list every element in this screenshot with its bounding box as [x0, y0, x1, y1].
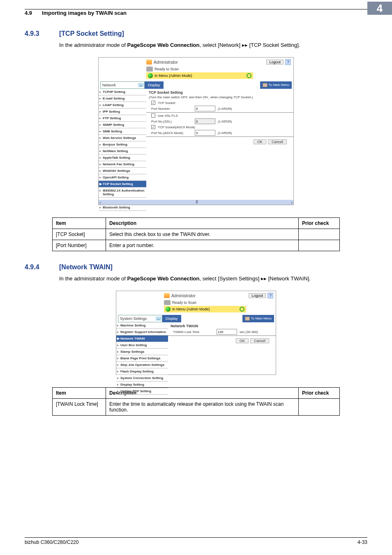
- sidebar-item[interactable]: TCP/IP Setting: [99, 89, 146, 95]
- sidebar-item[interactable]: IPP Setting: [99, 109, 146, 115]
- sidebar-item[interactable]: WebDAV Settings: [99, 168, 146, 174]
- sidebar-item[interactable]: Display Setting: [116, 382, 168, 388]
- help-icon[interactable]: ?: [285, 59, 291, 65]
- port-input[interactable]: [195, 130, 215, 136]
- sidebar-item[interactable]: Skip Job Operation Settings: [116, 362, 168, 368]
- sidebar-item[interactable]: IEEE802.1X Authentication Setting: [99, 187, 146, 198]
- main-menu-icon: [245, 317, 250, 321]
- sidebar-item[interactable]: Blank Page Print Settings: [116, 355, 168, 362]
- status-ready: Ready to Scan: [154, 67, 179, 71]
- checkbox-label: TCP Socket: [158, 101, 175, 105]
- ok-button[interactable]: OK: [254, 139, 266, 144]
- sidebar-item[interactable]: Network Fax Setting: [99, 161, 146, 168]
- main-menu-icon: [263, 83, 267, 87]
- menu-mode-label: In Menu (Admin Mode): [172, 307, 210, 311]
- intro-text-2: In the administrator mode of PageScope W…: [59, 275, 367, 282]
- field-label: Port Number: [151, 107, 192, 111]
- chapter-badge: 4: [367, 2, 392, 15]
- sidebar-item[interactable]: LDAP Setting: [99, 102, 146, 109]
- table-tcp-socket: Item Description Prior check [TCP Socket…: [52, 217, 340, 251]
- footer-page: 4-33: [357, 539, 367, 545]
- refresh-icon[interactable]: [240, 307, 244, 312]
- field-label: Port No.(ASCII Mode): [151, 131, 192, 135]
- menu-mode-label: In Menu (Admin Mode): [154, 74, 192, 78]
- panel-note: (Turn the main switch OFF, and then ON ,…: [149, 95, 291, 99]
- sidebar-item[interactable]: Flash Display Setting: [116, 368, 168, 375]
- logout-button[interactable]: Logout: [266, 60, 284, 65]
- table-row: [TCP Socket]Select this check box to use…: [53, 229, 340, 240]
- field-range: (1-65535): [218, 107, 232, 111]
- sidebar-network: TCP/IP SettingE-mail SettingLDAP Setting…: [99, 89, 146, 211]
- screenshot-tcp-socket: Administrator Logout ? Ready to Scan In …: [98, 57, 294, 205]
- checkbox[interactable]: ✓: [151, 101, 155, 105]
- sidebar-item[interactable]: NetWare Setting: [99, 148, 146, 155]
- th-prior: Prior check: [299, 388, 340, 399]
- sidebar-item[interactable]: Network TWAIN: [116, 335, 168, 342]
- admin-label: Administrator: [171, 294, 196, 298]
- top-rule: [25, 9, 392, 9]
- sidebar-item[interactable]: System Connection Setting: [116, 375, 168, 382]
- twain-lock-time-input[interactable]: [217, 329, 237, 335]
- checkbox[interactable]: ✓: [151, 125, 155, 129]
- status-ready: Ready to Scan: [172, 301, 196, 305]
- subsection-title: [TCP Socket Setting]: [59, 30, 124, 37]
- port-input[interactable]: [195, 106, 215, 111]
- printer-icon: [146, 67, 153, 72]
- category-dropdown[interactable]: System Settings⌄: [118, 315, 162, 322]
- field-range: (1-65535): [218, 120, 232, 123]
- section-title: Importing images by TWAIN scan: [42, 10, 127, 16]
- sidebar-item[interactable]: Stamp Settings: [116, 349, 168, 355]
- scrollbar-horizontal[interactable]: [99, 200, 293, 205]
- sidebar-item[interactable]: FTP Setting: [99, 115, 146, 122]
- sidebar-item[interactable]: E-mail Setting: [99, 95, 146, 102]
- sidebar-item[interactable]: OpenAPI Setting: [99, 174, 146, 181]
- sidebar-item[interactable]: TCP Socket Setting: [99, 181, 146, 187]
- sidebar-item[interactable]: AppleTalk Setting: [99, 155, 146, 161]
- sidebar-item[interactable]: Outline PDF Setting: [116, 388, 168, 395]
- screenshot-network-twain: Administrator Logout ? Ready to Scan In …: [116, 291, 276, 375]
- footer-model: bizhub C360/C280/C220: [25, 539, 78, 545]
- th-prior: Prior check: [299, 218, 340, 229]
- display-button[interactable]: Display: [162, 315, 181, 322]
- refresh-icon[interactable]: [247, 73, 251, 78]
- to-main-menu-button[interactable]: To Main Menu: [260, 81, 292, 89]
- panel-title-2: Network TWAIN: [171, 324, 273, 328]
- checkbox[interactable]: [151, 113, 155, 118]
- checkbox-label: Use SSL/TLS: [158, 114, 178, 118]
- admin-label: Administrator: [154, 60, 178, 65]
- th-desc: Description: [106, 218, 299, 229]
- admin-icon: [164, 293, 170, 298]
- section-number: 4.9: [25, 10, 32, 16]
- printer-icon: [164, 300, 171, 305]
- chevron-down-icon: ⌄: [156, 317, 161, 321]
- chevron-down-icon: ⌄: [138, 83, 144, 87]
- help-icon[interactable]: ?: [267, 293, 273, 298]
- th-item: Item: [53, 388, 106, 399]
- sidebar-item[interactable]: Machine Setting: [116, 322, 168, 329]
- table-row: [TWAIN Lock Time]Enter the time to autom…: [53, 399, 340, 416]
- status-orb-icon: [166, 307, 171, 312]
- field-label: Port No.(SSL): [151, 120, 192, 123]
- field-range: (1-65535): [218, 131, 232, 135]
- panel-title: TCP Socket Setting: [149, 90, 291, 95]
- sidebar-item[interactable]: SMB Setting: [99, 128, 146, 135]
- to-main-menu-button[interactable]: To Main Menu: [242, 315, 274, 322]
- cancel-button[interactable]: Cancel: [250, 338, 269, 343]
- cancel-button[interactable]: Cancel: [268, 139, 287, 144]
- sidebar-item[interactable]: Web Service Settings: [99, 135, 146, 141]
- checkbox-label: TCP Socket(ASCII Mode): [158, 125, 195, 129]
- ok-button[interactable]: OK: [236, 338, 249, 343]
- sidebar-item[interactable]: Bluetooth Setting: [99, 204, 146, 211]
- sidebar-item[interactable]: Register Support Information: [116, 329, 168, 335]
- display-button[interactable]: Display: [145, 81, 164, 89]
- twain-lock-time-range: sec.(30-300): [240, 330, 258, 334]
- sidebar-item[interactable]: User Box Setting: [116, 342, 168, 349]
- logout-button[interactable]: Logout: [249, 293, 266, 298]
- table-row: [Port Number]Enter a port number.: [53, 240, 340, 251]
- status-orb-icon: [148, 73, 153, 78]
- admin-icon: [146, 60, 152, 65]
- category-dropdown[interactable]: Network⌄: [100, 81, 145, 89]
- sidebar-item[interactable]: SNMP Setting: [99, 122, 146, 128]
- subsection-number: 4.9.3: [25, 30, 49, 37]
- sidebar-item[interactable]: Bonjour Setting: [99, 141, 146, 148]
